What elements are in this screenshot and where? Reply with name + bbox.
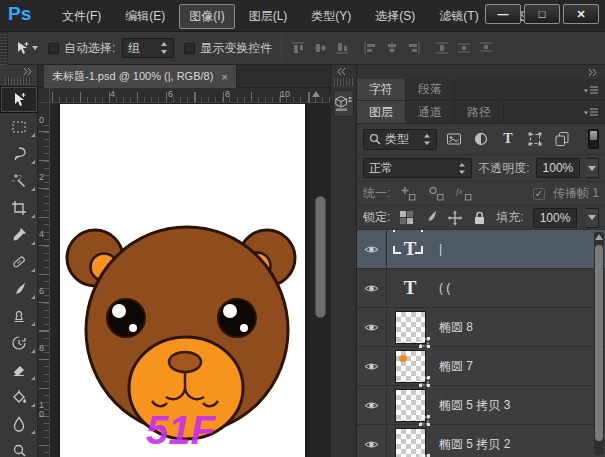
- minimize-button[interactable]: —: [485, 4, 521, 24]
- layer-thumbnail-text[interactable]: T: [387, 238, 433, 260]
- layer-row-text[interactable]: T ( (: [357, 269, 605, 308]
- tool-eraser[interactable]: [0, 356, 38, 383]
- layer-row-shape[interactable]: 椭圆 7: [357, 347, 605, 386]
- tool-magic-wand[interactable]: [0, 167, 38, 194]
- panel-menu-icon[interactable]: [583, 85, 599, 94]
- maximize-button[interactable]: □: [524, 4, 560, 24]
- layer-thumbnail-text[interactable]: T: [387, 277, 433, 299]
- tool-blur[interactable]: [0, 410, 38, 437]
- document-canvas[interactable]: 51F: [60, 104, 305, 457]
- tab-channels[interactable]: 通道: [406, 101, 455, 123]
- tool-rectangular-marquee[interactable]: [0, 113, 38, 140]
- align-horizontal-centers-icon[interactable]: [385, 41, 399, 55]
- layer-row-shape[interactable]: 椭圆 5 拷贝 3: [357, 386, 605, 425]
- collapsed-dock-grip[interactable]: [334, 78, 353, 86]
- panel-dock-header[interactable]: [357, 65, 605, 79]
- visibility-toggle[interactable]: [357, 425, 387, 457]
- tab-layers[interactable]: 图层: [357, 101, 406, 123]
- tool-move[interactable]: [0, 86, 38, 113]
- tab-paths[interactable]: 路径: [455, 101, 504, 123]
- visibility-toggle[interactable]: [357, 347, 387, 386]
- layer-name[interactable]: 椭圆 5 拷贝 3: [439, 397, 510, 414]
- tab-close-icon[interactable]: ×: [221, 71, 227, 83]
- lock-image-pixels-icon[interactable]: [423, 210, 438, 225]
- lock-all-icon[interactable]: [472, 210, 487, 225]
- show-transform-checkbox[interactable]: [184, 43, 195, 54]
- menu-select[interactable]: 选择(S): [365, 4, 425, 29]
- 3d-panel-button[interactable]: [333, 90, 354, 117]
- options-bar-grip[interactable]: [0, 32, 8, 65]
- close-button[interactable]: ✕: [563, 4, 599, 24]
- toolbox-grip[interactable]: [5, 77, 32, 85]
- tool-history-brush[interactable]: [0, 329, 38, 356]
- layer-thumbnail-shape[interactable]: [387, 428, 433, 457]
- opacity-dropdown-button[interactable]: [586, 158, 599, 178]
- distribute-top-edges-icon[interactable]: [435, 41, 449, 55]
- align-right-edges-icon[interactable]: [407, 41, 421, 55]
- current-tool-preset[interactable]: [14, 40, 38, 56]
- menu-image[interactable]: 图像(I): [179, 4, 234, 29]
- align-top-edges-icon[interactable]: [291, 41, 305, 55]
- menu-edit[interactable]: 编辑(E): [115, 4, 175, 29]
- visibility-toggle[interactable]: [357, 386, 387, 425]
- tool-paint-bucket[interactable]: [0, 383, 38, 410]
- layer-name[interactable]: 椭圆 5 拷贝 2: [439, 436, 510, 453]
- collapsed-dock-header[interactable]: [331, 65, 356, 76]
- panel-menu-icon[interactable]: [583, 108, 599, 117]
- distribute-vertical-centers-icon[interactable]: [457, 41, 471, 55]
- menu-layer[interactable]: 图层(L): [239, 4, 298, 29]
- layer-thumbnail-shape[interactable]: [387, 389, 433, 422]
- filter-kind-dropdown[interactable]: 类型: [363, 129, 437, 150]
- document-tab[interactable]: 未标题-1.psd @ 100% (|, RGB/8) ×: [44, 65, 237, 88]
- align-left-edges-icon[interactable]: [363, 41, 377, 55]
- layer-thumbnail-shape[interactable]: [387, 350, 433, 383]
- canvas-pasteboard[interactable]: 51F: [50, 103, 330, 457]
- canvas-vertical-scrollbar[interactable]: [315, 196, 326, 318]
- auto-select-checkbox[interactable]: [48, 43, 59, 54]
- menu-type[interactable]: 类型(Y): [301, 4, 361, 29]
- tool-dodge[interactable]: [0, 437, 38, 457]
- align-bottom-edges-icon[interactable]: [335, 41, 349, 55]
- visibility-toggle[interactable]: [357, 269, 387, 308]
- unify-position-icon[interactable]: [398, 186, 418, 201]
- align-vertical-centers-icon[interactable]: [313, 41, 327, 55]
- tool-eyedropper[interactable]: [0, 221, 38, 248]
- menu-filter[interactable]: 滤镜(T): [429, 4, 488, 29]
- filter-smart-objects-icon[interactable]: [552, 131, 572, 147]
- layer-row-shape[interactable]: 椭圆 8: [357, 308, 605, 347]
- layer-row-shape[interactable]: 椭圆 5 拷贝 2: [357, 425, 605, 457]
- menu-file[interactable]: 文件(F): [52, 4, 111, 29]
- tab-paragraph[interactable]: 段落: [406, 79, 455, 100]
- tool-lasso[interactable]: [0, 140, 38, 167]
- filter-shape-layers-icon[interactable]: [525, 131, 545, 147]
- layer-name[interactable]: 椭圆 7: [439, 358, 473, 375]
- toolbox-header[interactable]: [0, 65, 37, 76]
- unify-visibility-icon[interactable]: [426, 186, 446, 201]
- layer-row-text-editing[interactable]: T |: [357, 230, 605, 269]
- filter-type-layers-icon[interactable]: T: [498, 131, 518, 147]
- lock-position-icon[interactable]: [447, 210, 463, 226]
- scrollbar-thumb[interactable]: [595, 245, 603, 441]
- vertical-ruler[interactable]: 0 2 4 6 8 10: [38, 103, 50, 457]
- layer-name[interactable]: |: [439, 242, 442, 256]
- unify-style-icon[interactable]: fx: [454, 186, 474, 201]
- layer-name[interactable]: ( (: [439, 281, 450, 295]
- ruler-corner[interactable]: [38, 88, 50, 103]
- tool-brush[interactable]: [0, 275, 38, 302]
- tool-healing-brush[interactable]: [0, 248, 38, 275]
- distribute-bottom-edges-icon[interactable]: [479, 41, 493, 55]
- scroll-up-arrow-icon[interactable]: [312, 91, 320, 97]
- tab-character[interactable]: 字符: [357, 79, 406, 100]
- auto-select-target-dropdown[interactable]: 组: [122, 38, 174, 58]
- horizontal-ruler[interactable]: 4 6 8 10: [50, 88, 330, 103]
- visibility-toggle[interactable]: [357, 308, 387, 347]
- filtering-toggle[interactable]: [588, 129, 599, 149]
- opacity-value[interactable]: 100%: [536, 158, 581, 178]
- lock-transparent-pixels-icon[interactable]: [399, 210, 414, 225]
- layer-thumbnail-shape[interactable]: [387, 311, 433, 344]
- tool-crop[interactable]: [0, 194, 38, 221]
- propagate-frame-checkbox[interactable]: ✓: [533, 188, 545, 200]
- blend-mode-dropdown[interactable]: 正常: [363, 158, 472, 178]
- filter-adjustment-layers-icon[interactable]: [471, 131, 491, 147]
- layer-name[interactable]: 椭圆 8: [439, 319, 473, 336]
